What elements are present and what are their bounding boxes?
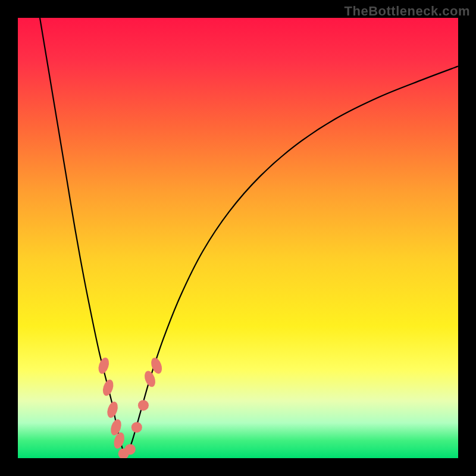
watermark-text: TheBottleneck.com xyxy=(345,4,470,19)
data-marker xyxy=(96,356,111,375)
data-marker xyxy=(101,378,115,397)
curves-svg xyxy=(18,18,458,458)
data-marker xyxy=(138,400,149,411)
chart-container: TheBottleneck.com xyxy=(0,0,476,476)
data-marker xyxy=(105,400,120,419)
left-curve xyxy=(40,18,126,458)
markers-group xyxy=(96,356,164,458)
right-curve xyxy=(126,66,458,458)
data-marker xyxy=(125,444,136,455)
data-marker xyxy=(131,422,142,433)
plot-area xyxy=(18,18,458,458)
data-marker xyxy=(143,369,158,389)
